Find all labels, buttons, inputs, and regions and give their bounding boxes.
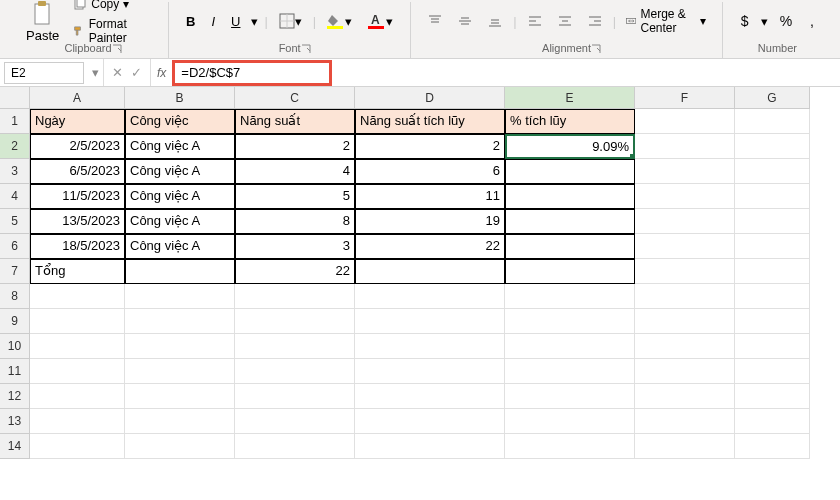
cell[interactable]: 13/5/2023 (30, 209, 125, 234)
cell[interactable] (355, 309, 505, 334)
cell[interactable]: 6 (355, 159, 505, 184)
cell[interactable]: Công việc A (125, 234, 235, 259)
cell[interactable] (505, 209, 635, 234)
cell[interactable] (735, 134, 810, 159)
underline-button[interactable]: U (226, 11, 245, 32)
borders-button[interactable]: ▾ (274, 10, 307, 32)
row-header[interactable]: 3 (0, 159, 30, 184)
cell[interactable] (735, 384, 810, 409)
cell[interactable] (505, 434, 635, 459)
dialog-launcher-icon[interactable] (112, 44, 122, 54)
row-header[interactable]: 12 (0, 384, 30, 409)
cell[interactable] (505, 234, 635, 259)
cell[interactable]: 8 (235, 209, 355, 234)
align-center-button[interactable] (553, 11, 577, 31)
cell[interactable] (735, 234, 810, 259)
cell[interactable]: 2 (355, 134, 505, 159)
cell[interactable] (355, 359, 505, 384)
row-header[interactable]: 2 (0, 134, 30, 159)
cell[interactable] (735, 334, 810, 359)
formula-input[interactable] (172, 60, 332, 86)
cell[interactable] (635, 134, 735, 159)
cell[interactable] (235, 409, 355, 434)
cell[interactable] (355, 284, 505, 309)
underline-dropdown[interactable]: ▾ (251, 14, 258, 29)
cell[interactable] (235, 434, 355, 459)
cell[interactable] (235, 359, 355, 384)
cell[interactable] (30, 334, 125, 359)
cell[interactable] (235, 384, 355, 409)
dialog-launcher-icon[interactable] (301, 44, 311, 54)
cell[interactable] (735, 359, 810, 384)
cell[interactable] (125, 384, 235, 409)
cell[interactable] (735, 309, 810, 334)
cell[interactable] (355, 434, 505, 459)
cell[interactable] (505, 159, 635, 184)
cell[interactable] (30, 434, 125, 459)
row-header[interactable]: 13 (0, 409, 30, 434)
cell[interactable]: 2/5/2023 (30, 134, 125, 159)
cell[interactable] (125, 334, 235, 359)
cell[interactable] (635, 359, 735, 384)
cell[interactable]: 11 (355, 184, 505, 209)
cell[interactable] (505, 359, 635, 384)
name-box-dropdown[interactable]: ▾ (88, 65, 103, 80)
cell[interactable] (505, 334, 635, 359)
cell[interactable] (635, 309, 735, 334)
cell[interactable] (635, 284, 735, 309)
row-header[interactable]: 9 (0, 309, 30, 334)
name-box[interactable] (4, 62, 84, 84)
row-header[interactable]: 8 (0, 284, 30, 309)
currency-dropdown[interactable]: ▾ (761, 14, 768, 29)
row-header[interactable]: 11 (0, 359, 30, 384)
cell[interactable] (30, 309, 125, 334)
cell[interactable] (735, 109, 810, 134)
cell[interactable]: 6/5/2023 (30, 159, 125, 184)
cell[interactable] (505, 309, 635, 334)
cell[interactable] (505, 259, 635, 284)
row-header[interactable]: 7 (0, 259, 30, 284)
cell-selected[interactable]: 9.09% (505, 134, 635, 159)
cell[interactable] (735, 209, 810, 234)
bold-button[interactable]: B (181, 11, 200, 32)
cell[interactable] (635, 209, 735, 234)
cell[interactable]: Ngày (30, 109, 125, 134)
cell[interactable] (735, 284, 810, 309)
cell[interactable] (635, 159, 735, 184)
row-header[interactable]: 10 (0, 334, 30, 359)
copy-button[interactable]: Copy ▾ (71, 0, 156, 13)
cell[interactable] (505, 384, 635, 409)
cell[interactable] (505, 409, 635, 434)
copy-dropdown[interactable]: ▾ (123, 0, 129, 11)
dialog-launcher-icon[interactable] (591, 44, 601, 54)
cell[interactable] (125, 359, 235, 384)
comma-button[interactable]: , (804, 11, 820, 31)
cell[interactable]: Năng suất (235, 109, 355, 134)
cell[interactable] (125, 259, 235, 284)
cell[interactable] (735, 434, 810, 459)
cell[interactable]: Công việc A (125, 184, 235, 209)
cell[interactable] (125, 409, 235, 434)
cell[interactable]: Công việc A (125, 159, 235, 184)
cell[interactable] (505, 184, 635, 209)
col-header[interactable]: F (635, 87, 735, 109)
cell[interactable] (355, 334, 505, 359)
cell[interactable] (125, 284, 235, 309)
cell[interactable] (125, 309, 235, 334)
cell[interactable] (735, 259, 810, 284)
accept-formula-button[interactable]: ✓ (131, 65, 142, 80)
currency-button[interactable]: $ (735, 11, 755, 31)
merge-center-button[interactable]: Merge & Center ▾ (622, 5, 710, 37)
row-header[interactable]: 5 (0, 209, 30, 234)
cell[interactable] (635, 184, 735, 209)
align-right-button[interactable] (583, 11, 607, 31)
cell[interactable]: 11/5/2023 (30, 184, 125, 209)
cell[interactable] (735, 409, 810, 434)
cell[interactable] (355, 409, 505, 434)
cell[interactable] (235, 334, 355, 359)
col-header[interactable]: D (355, 87, 505, 109)
cell[interactable]: 19 (355, 209, 505, 234)
cell[interactable] (30, 284, 125, 309)
align-left-button[interactable] (523, 11, 547, 31)
percent-button[interactable]: % (774, 11, 798, 31)
